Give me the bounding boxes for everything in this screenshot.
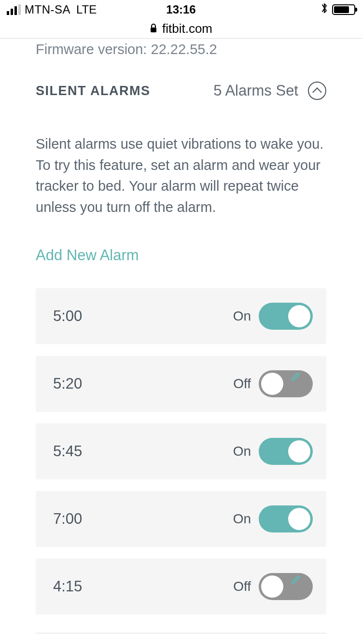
- toggle-knob: [261, 373, 283, 395]
- edit-icon: [291, 370, 302, 382]
- toggle-knob: [288, 440, 310, 462]
- svg-rect-0: [151, 28, 156, 32]
- alarm-toggle[interactable]: [259, 303, 313, 330]
- alarm-toggle[interactable]: [259, 370, 313, 397]
- edit-icon: [269, 303, 281, 314]
- status-bar: MTN-SA LTE 13:16: [0, 0, 362, 19]
- toggle-knob: [261, 575, 283, 598]
- firmware-version: Firmware version: 22.22.55.2: [36, 42, 326, 57]
- bluetooth-icon: [320, 2, 328, 17]
- url-domain: fitbit.com: [162, 21, 212, 36]
- edit-icon: [269, 505, 281, 517]
- alarm-toggle[interactable]: [259, 438, 313, 465]
- carrier-label: MTN-SA: [25, 3, 70, 16]
- alarm-time: 4:15: [53, 578, 82, 595]
- toggle-knob: [288, 305, 310, 327]
- alarm-row[interactable]: 4:15Off: [36, 559, 326, 615]
- alarm-row[interactable]: 5:00On: [36, 288, 326, 344]
- toggle-knob: [288, 508, 310, 530]
- alarm-toggle[interactable]: [259, 505, 313, 532]
- cellular-signal-icon: [7, 4, 21, 15]
- alarm-row[interactable]: 5:20Off: [36, 356, 326, 412]
- collapse-icon[interactable]: [308, 82, 326, 100]
- status-left: MTN-SA LTE: [7, 3, 97, 16]
- alarm-toggle[interactable]: [259, 573, 313, 600]
- status-time: 13:16: [166, 3, 195, 16]
- alarm-state-label: On: [233, 444, 251, 459]
- alarm-time: 7:00: [53, 510, 82, 528]
- add-new-alarm-link[interactable]: Add New Alarm: [36, 247, 139, 264]
- silent-alarms-description: Silent alarms use quiet vibrations to wa…: [36, 134, 326, 218]
- edit-icon: [269, 438, 281, 449]
- battery-icon: [332, 4, 355, 15]
- alarm-time: 5:45: [53, 443, 82, 460]
- alarm-state-label: On: [233, 511, 251, 527]
- lock-icon: [150, 21, 157, 36]
- alarms-count: 5 Alarms Set: [213, 82, 298, 99]
- alarm-time: 5:20: [53, 375, 82, 392]
- silent-alarms-header[interactable]: SILENT ALARMS 5 Alarms Set: [36, 82, 326, 100]
- alarm-state-label: Off: [233, 376, 251, 392]
- alarm-row[interactable]: 7:00On: [36, 491, 326, 547]
- browser-url-bar[interactable]: fitbit.com: [0, 19, 362, 39]
- status-right: [320, 2, 355, 17]
- edit-icon: [291, 573, 302, 585]
- network-type: LTE: [76, 3, 97, 16]
- silent-alarms-title: SILENT ALARMS: [36, 84, 151, 98]
- section-divider: [36, 633, 326, 633]
- alarm-time: 5:00: [53, 308, 82, 325]
- alarm-state-label: On: [233, 308, 251, 324]
- alarm-state-label: Off: [233, 579, 251, 594]
- alarm-row[interactable]: 5:45On: [36, 423, 326, 479]
